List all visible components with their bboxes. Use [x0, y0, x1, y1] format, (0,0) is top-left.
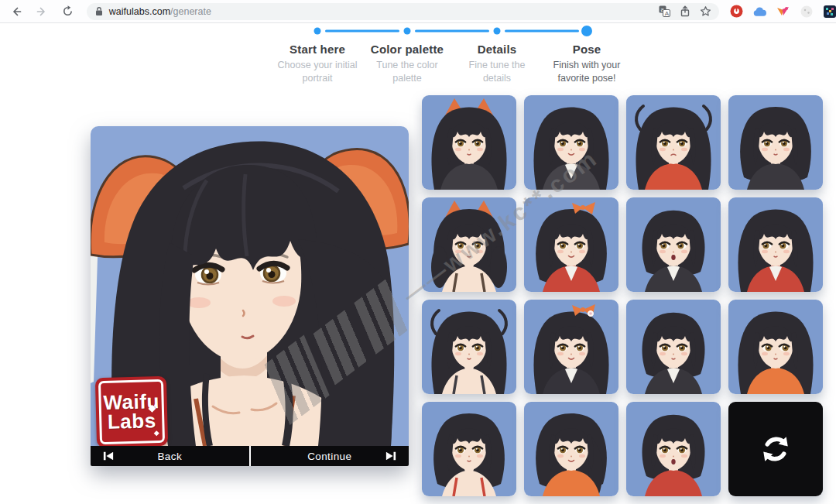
stepper-labels: Start here Choose your initial portraitC…	[272, 38, 632, 86]
step-title: Details	[452, 43, 542, 56]
selected-portrait-panel: Waifu Labs Back Continue	[91, 126, 409, 466]
portrait-tile-3[interactable]	[626, 95, 721, 190]
portrait-tile-5[interactable]	[422, 197, 516, 292]
page-content: Start here Choose your initial portraitC…	[0, 24, 836, 504]
step-subtitle: Tune the color palette	[362, 59, 452, 86]
step-pose[interactable]: Pose Finish with your favorite pose!	[542, 38, 632, 86]
lock-icon	[94, 6, 104, 16]
step-connector-line	[415, 30, 489, 33]
translate-icon[interactable]: aA	[659, 5, 670, 17]
step-start-here[interactable]: Start here Choose your initial portrait	[272, 38, 362, 86]
url-text: waifulabs.com/generate	[109, 6, 211, 17]
portrait-tile-6[interactable]	[524, 197, 618, 292]
back-button[interactable]: Back	[91, 446, 249, 466]
progress-stepper: Start here Choose your initial portraitC…	[272, 24, 632, 86]
step-title: Pose	[542, 43, 632, 56]
extension-blue-cloud[interactable]	[753, 5, 766, 18]
forward-arrow-icon[interactable]	[32, 2, 51, 22]
step-color-palette[interactable]: Color palette Tune the color palette	[362, 38, 452, 86]
logo-text-line2: Labs	[108, 411, 156, 431]
portrait-tile-10[interactable]	[524, 300, 618, 394]
svg-text:A: A	[665, 10, 670, 17]
portrait-tile-9[interactable]	[422, 300, 516, 394]
extension-orange-pink[interactable]	[776, 5, 790, 18]
portrait-tile-4[interactable]	[728, 95, 823, 190]
portrait-tile-13[interactable]	[422, 402, 516, 496]
extensions-row	[730, 5, 836, 18]
step-connector-line	[325, 30, 399, 33]
sparkle-icon	[154, 430, 159, 436]
portrait-tile-7[interactable]	[626, 197, 721, 292]
step-dot-3[interactable]	[494, 28, 501, 35]
portrait-tile-11[interactable]	[626, 300, 721, 394]
step-dot-2[interactable]	[404, 28, 411, 35]
refresh-cycle-icon	[752, 425, 800, 473]
portrait-tile-8[interactable]	[728, 197, 823, 292]
sparkle-icon	[148, 405, 156, 413]
step-subtitle: Choose your initial portrait	[272, 59, 362, 86]
portrait-tile-14[interactable]	[524, 402, 618, 496]
browser-toolbar: waifulabs.com/generate aA	[0, 0, 836, 23]
step-subtitle: Finish with your favorite pose!	[542, 59, 632, 86]
step-dot-4[interactable]	[581, 26, 592, 36]
portrait-tile-1[interactable]	[422, 95, 516, 190]
portrait-tile-12[interactable]	[728, 300, 823, 394]
step-subtitle: Fine tune the details	[452, 59, 542, 86]
portrait-grid	[422, 95, 823, 496]
extension-gray-circle[interactable]	[800, 5, 813, 18]
extension-red-shield[interactable]	[730, 5, 743, 18]
preview-button-bar: Back Continue	[91, 446, 409, 466]
share-icon[interactable]	[680, 5, 690, 17]
portrait-tile-15[interactable]	[626, 402, 721, 496]
selected-portrait-image: Waifu Labs	[91, 126, 409, 446]
skip-next-icon	[385, 451, 396, 461]
logo-text-line1: Waifu	[103, 392, 159, 413]
step-details[interactable]: Details Fine tune the details	[452, 38, 542, 86]
continue-button[interactable]: Continue	[249, 446, 409, 466]
step-title: Start here	[272, 43, 362, 56]
url-bar[interactable]: waifulabs.com/generate aA	[87, 3, 719, 20]
extension-dark-grid[interactable]	[823, 5, 836, 18]
waifulabs-logo: Waifu Labs	[95, 376, 168, 446]
refresh-icon[interactable]	[58, 2, 77, 22]
step-title: Color palette	[362, 43, 452, 56]
bookmark-star-icon[interactable]	[700, 5, 711, 17]
regenerate-button[interactable]	[728, 402, 823, 496]
skip-previous-icon	[103, 451, 114, 461]
stepper-dots	[272, 24, 632, 38]
back-arrow-icon[interactable]	[6, 2, 26, 22]
step-dot-1[interactable]	[314, 28, 321, 35]
step-connector-line	[505, 30, 579, 33]
portrait-tile-2[interactable]	[524, 95, 618, 190]
